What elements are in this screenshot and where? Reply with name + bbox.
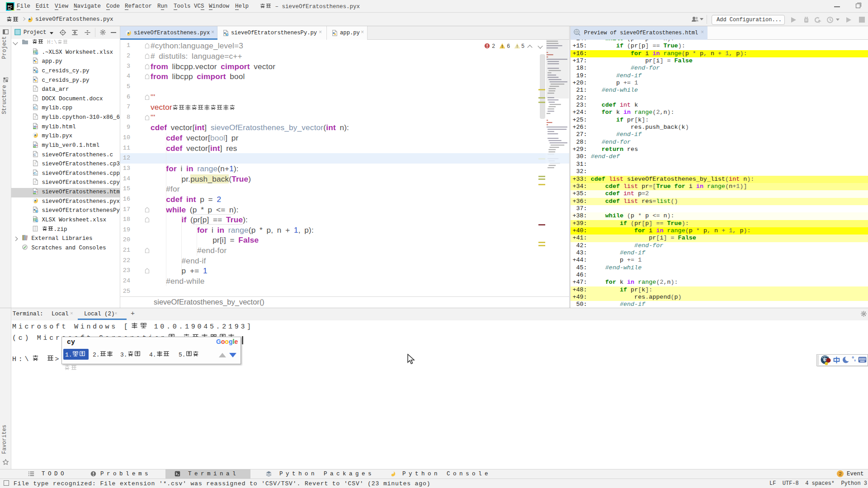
svg-text:C: C [33,153,36,157]
svg-text:?: ? [34,181,36,184]
svg-text:?: ? [34,97,36,100]
svg-text:?: ? [34,162,36,165]
svg-text:?: ? [36,51,38,54]
svg-text:C: C [33,171,36,175]
svg-text:?: ? [34,116,36,119]
svg-text:PC: PC [8,5,12,8]
svg-text:?: ? [36,210,38,213]
svg-text:C: C [33,106,36,110]
svg-text:?: ? [34,88,36,91]
svg-text:?: ? [36,219,38,222]
svg-text:?: ? [36,70,38,73]
svg-text:?: ? [226,33,228,36]
